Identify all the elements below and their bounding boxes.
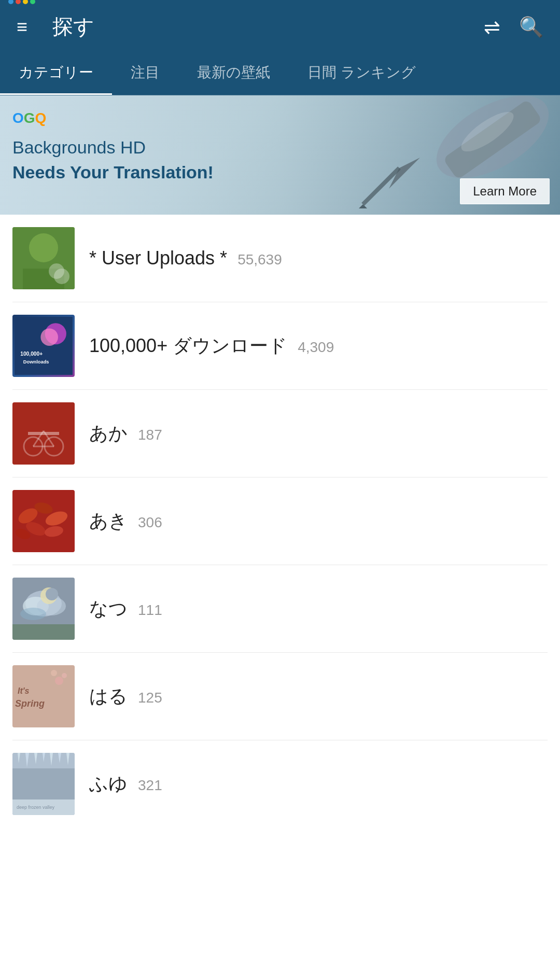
tab-bar: カテゴリー 注目 最新の壁紙 日間 ランキング: [0, 50, 560, 95]
svg-text:100,000+: 100,000+: [20, 351, 43, 357]
header-right: ⇌ 🔍: [484, 16, 543, 38]
category-name: ふゆ: [89, 771, 128, 797]
dot-green: [30, 0, 35, 4]
svg-point-39: [20, 608, 46, 620]
list-item[interactable]: あき 306: [12, 478, 548, 565]
category-count: 55,639: [237, 251, 282, 268]
svg-point-37: [46, 588, 58, 600]
promo-banner: O G Q Backgrounds HD Needs Your Translat…: [0, 95, 560, 215]
list-item[interactable]: deep frozen valley ふゆ 321: [12, 740, 548, 827]
category-count: 125: [138, 690, 162, 706]
svg-point-12: [40, 328, 58, 346]
ogq-letter-o: O: [12, 110, 24, 127]
tab-latest[interactable]: 最新の壁紙: [178, 50, 289, 95]
search-icon[interactable]: 🔍: [519, 16, 543, 38]
category-thumb-downloads: 100,000+ Downloads: [12, 315, 75, 377]
category-count: 4,309: [298, 339, 334, 356]
dot-red: [16, 0, 21, 4]
dot-yellow: [23, 0, 28, 4]
svg-point-45: [62, 673, 67, 678]
tab-featured[interactable]: 注目: [112, 50, 178, 95]
tab-ranking[interactable]: 日間 ランキング: [289, 50, 435, 95]
category-list: * User Uploads * 55,639 100,000+ Downloa…: [0, 215, 560, 827]
list-item[interactable]: なつ 111: [12, 565, 548, 653]
category-thumb-haru: It's Spring: [12, 665, 75, 727]
category-info-fuyu: ふゆ 321: [89, 771, 162, 797]
category-name: * User Uploads *: [89, 247, 227, 269]
banner-content: O G Q Backgrounds HD Needs Your Translat…: [12, 110, 214, 184]
category-name: はる: [89, 684, 128, 709]
category-count: 111: [138, 602, 162, 619]
svg-marker-4: [359, 204, 367, 208]
category-count: 187: [138, 427, 162, 443]
ogq-letter-q: Q: [35, 110, 47, 127]
list-item[interactable]: あか 187: [12, 390, 548, 478]
svg-text:Downloads: Downloads: [23, 359, 49, 364]
app-header: ≡ 探す ⇌ 🔍: [0, 3, 560, 50]
svg-text:It's: It's: [18, 686, 30, 695]
page-title: 探す: [52, 12, 94, 41]
category-info-aki: あき 306: [89, 509, 162, 534]
learn-more-button[interactable]: Learn More: [460, 178, 550, 204]
category-count: 321: [138, 777, 162, 794]
category-info-natsu: なつ 111: [89, 596, 162, 622]
banner-title-line1: Backgrounds HD: [12, 136, 214, 159]
svg-point-9: [49, 263, 64, 279]
category-name: 100,000+ ダウンロード: [89, 333, 287, 359]
category-info-user-uploads: * User Uploads * 55,639: [89, 247, 282, 269]
category-name: なつ: [89, 596, 128, 622]
svg-rect-10: [15, 317, 73, 375]
tab-categories[interactable]: カテゴリー: [0, 50, 112, 95]
shuffle-icon[interactable]: ⇌: [484, 16, 500, 38]
category-thumb-user-uploads: [12, 227, 75, 289]
svg-line-3: [363, 168, 399, 204]
list-item[interactable]: 100,000+ Downloads 100,000+ ダウンロード 4,309: [12, 302, 548, 390]
ogq-letter-g: G: [24, 110, 35, 127]
category-count: 306: [138, 514, 162, 531]
category-info-aka: あか 187: [89, 421, 162, 446]
svg-rect-8: [23, 269, 64, 289]
svg-text:Spring: Spring: [15, 698, 45, 709]
svg-rect-38: [12, 624, 75, 640]
category-info-haru: はる 125: [89, 684, 162, 709]
category-thumb-fuyu: deep frozen valley: [12, 753, 75, 815]
category-thumb-natsu: [12, 578, 75, 640]
header-left: ≡ 探す: [17, 12, 94, 41]
svg-point-7: [29, 233, 58, 262]
menu-icon[interactable]: ≡: [17, 18, 27, 36]
svg-point-44: [55, 677, 63, 685]
banner-title-line2: Needs Your Translation!: [12, 161, 214, 184]
category-info-downloads: 100,000+ ダウンロード 4,309: [89, 333, 334, 359]
category-thumb-aka: [12, 402, 75, 465]
list-item[interactable]: * User Uploads * 55,639: [12, 215, 548, 302]
svg-text:deep frozen valley: deep frozen valley: [17, 805, 55, 810]
dot-blue: [8, 0, 13, 4]
status-dots: [8, 0, 35, 4]
svg-point-46: [51, 670, 57, 676]
ogq-logo: O G Q: [12, 110, 214, 127]
category-thumb-aki: [12, 490, 75, 552]
list-item[interactable]: It's Spring はる 125: [12, 653, 548, 740]
category-name: あき: [89, 509, 128, 534]
category-name: あか: [89, 421, 128, 446]
